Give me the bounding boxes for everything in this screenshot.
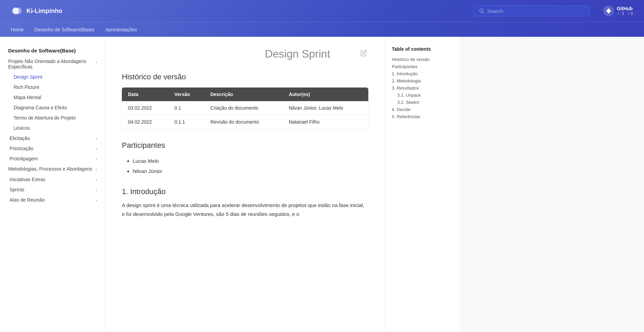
github-forks: ⑂ 0 xyxy=(627,11,633,16)
sidebar-item-priorizacao-label: Priorização xyxy=(10,146,33,151)
search-icon xyxy=(479,8,484,14)
sidebar-item-sprints-label: Sprints xyxy=(10,187,25,192)
chevron-right-icon: › xyxy=(96,136,97,141)
sidebar-item-lexicos-label: Léxicos xyxy=(14,125,30,131)
intro-heading: 1. Introdução xyxy=(122,187,368,196)
sidebar-item-projeto[interactable]: Projeto Não Orientado a Abordagens Espec… xyxy=(0,56,105,72)
sidebar: Desenho de Software(Base) Projeto Não Or… xyxy=(0,37,106,332)
version-table: Data Versão Descrição Autor(es) 03.02.20… xyxy=(122,88,368,129)
sidebar-item-design-sprint[interactable]: Design Sprint xyxy=(0,72,105,82)
toc-item[interactable]: 3.2. Sketch xyxy=(392,99,453,106)
table-cell-versao: 0.1.1 xyxy=(168,115,204,129)
subnav-desenho[interactable]: Desenho de Software(Base) xyxy=(34,26,94,34)
toc-sidebar: Table of contents Histórico de versãoPar… xyxy=(385,37,460,332)
table-row: 03.02.20220.1Criação do documentoNilvan … xyxy=(122,101,368,115)
toc-title: Table of contents xyxy=(392,46,453,52)
table-cell-autores: Nilvan Júnior, Lucas Melo xyxy=(283,101,368,115)
sidebar-item-termo-label: Termo de Abertura do Projeto xyxy=(14,115,76,121)
svg-line-3 xyxy=(483,12,484,13)
github-stars: ☆ 3 xyxy=(617,11,624,16)
sidebar-item-iniciativas[interactable]: Iniciativas Extras › xyxy=(0,174,105,185)
table-row: 04.02.20220.1.1Revisão do documentoNatan… xyxy=(122,115,368,129)
sidebar-item-atas-label: Atas de Reunião xyxy=(10,197,45,203)
list-item: Lucas Melo xyxy=(133,156,368,166)
sidebar-item-mapa-mental[interactable]: Mapa Mental xyxy=(0,92,105,102)
table-cell-data: 04.02.2022 xyxy=(122,115,168,129)
participantes-heading: Participantes xyxy=(122,141,368,150)
sidebar-item-metodologias-label: Metodologias, Processos e Abordagens xyxy=(8,166,96,172)
sidebar-item-prototipagem[interactable]: Prototipagem › xyxy=(0,154,105,164)
chevron-right-icon-6: › xyxy=(96,187,97,192)
sidebar-item-rich-picture-label: Rich Picture xyxy=(14,84,39,90)
toc-item[interactable]: 4. Decide xyxy=(392,106,453,113)
sidebar-item-rich-picture[interactable]: Rich Picture xyxy=(0,82,105,92)
table-cell-descricao: Revisão do documento xyxy=(204,115,283,129)
sidebar-item-design-sprint-label: Design Sprint xyxy=(14,74,42,80)
svg-point-1 xyxy=(15,7,22,14)
main-content: Design Sprint Histórico de versão Data V… xyxy=(106,37,385,332)
sidebar-item-sprints[interactable]: Sprints › xyxy=(0,185,105,195)
subnav-apresentacoes[interactable]: Apresentações xyxy=(105,26,137,34)
col-data: Data xyxy=(122,88,168,101)
col-descricao: Descrição xyxy=(204,88,283,101)
participants-list: Lucas MeloNilvan Júnior xyxy=(122,156,368,176)
toc-item[interactable]: 3.1. Unpack xyxy=(392,92,453,99)
chevron-right-icon-5: › xyxy=(96,177,97,182)
toc-item[interactable]: Participantes xyxy=(392,63,453,70)
top-nav: Ki-Limpinho GitHub ☆ 3 ⑂ 0 xyxy=(0,0,644,22)
toc-item[interactable]: 1. Introdução xyxy=(392,70,453,77)
logo[interactable]: Ki-Limpinho xyxy=(11,5,62,17)
sidebar-item-prototipagem-label: Prototipagem xyxy=(10,156,38,161)
edit-icon xyxy=(360,50,367,57)
chevron-right-icon-2: › xyxy=(96,146,97,151)
toc-item[interactable]: 2. Metodologia xyxy=(392,77,453,84)
col-autores: Autor(es) xyxy=(283,88,368,101)
table-cell-autores: Natanael Filho xyxy=(283,115,368,129)
svg-point-2 xyxy=(480,9,483,12)
sidebar-item-metodologias[interactable]: Metodologias, Processos e Abordagens › xyxy=(0,164,105,174)
page-title: Design Sprint xyxy=(240,48,355,60)
subnav-home[interactable]: Home xyxy=(11,26,23,34)
search-box[interactable] xyxy=(474,6,590,16)
table-cell-descricao: Criação do documento xyxy=(204,101,283,115)
sidebar-item-termo[interactable]: Termo de Abertura do Projeto xyxy=(0,113,105,123)
table-cell-versao: 0.1 xyxy=(168,101,204,115)
github-stats: GitHub ☆ 3 ⑂ 0 xyxy=(617,6,633,16)
sidebar-item-diagrama[interactable]: Diagrama Causa e Efeito xyxy=(0,102,105,113)
table-header-row: Data Versão Descrição Autor(es) xyxy=(122,88,368,101)
logo-icon xyxy=(11,5,23,17)
sidebar-item-lexicos[interactable]: Léxicos xyxy=(0,123,105,133)
table-cell-data: 03.02.2022 xyxy=(122,101,168,115)
participantes-section: Participantes Lucas MeloNilvan Júnior xyxy=(122,141,368,176)
github-icon xyxy=(603,5,614,16)
sub-nav: Home Desenho de Software(Base) Apresenta… xyxy=(0,22,644,37)
sidebar-item-projeto-label: Projeto Não Orientado a Abordagens Espec… xyxy=(8,59,96,69)
sidebar-item-diagrama-label: Diagrama Causa e Efeito xyxy=(14,105,67,110)
toc-item[interactable]: 3. Resultados xyxy=(392,84,453,92)
chevron-right-icon-7: › xyxy=(96,197,97,203)
sidebar-item-atas[interactable]: Atas de Reunião › xyxy=(0,195,105,205)
intro-text: A design sprint é uma técnica utilizada … xyxy=(122,201,368,218)
toc-item[interactable]: Histórico de versão xyxy=(392,56,453,63)
sidebar-item-elicitacao-label: Elicitação xyxy=(10,136,30,141)
sidebar-item-priorizacao[interactable]: Priorização › xyxy=(0,143,105,154)
sidebar-item-iniciativas-label: Iniciativas Extras xyxy=(10,177,45,182)
search-input[interactable] xyxy=(487,8,584,14)
toc-item[interactable]: 5. Referências xyxy=(392,113,453,120)
edit-button[interactable] xyxy=(359,48,368,60)
sidebar-item-elicitacao[interactable]: Elicitação › xyxy=(0,133,105,143)
chevron-down-icon: › xyxy=(96,59,97,64)
logo-text: Ki-Limpinho xyxy=(27,7,62,15)
chevron-right-icon-3: › xyxy=(96,156,97,161)
col-versao: Versão xyxy=(168,88,204,101)
page-body: Desenho de Software(Base) Projeto Não Or… xyxy=(0,37,644,332)
chevron-right-icon-4: › xyxy=(96,167,97,172)
sidebar-item-mapa-mental-label: Mapa Mental xyxy=(14,95,41,100)
toc-list: Histórico de versãoParticipantes1. Intro… xyxy=(392,56,453,120)
historico-heading: Histórico de versão xyxy=(122,73,368,81)
page-title-row: Design Sprint xyxy=(122,48,368,60)
list-item: Nilvan Júnior xyxy=(133,166,368,176)
github-link[interactable]: GitHub ☆ 3 ⑂ 0 xyxy=(603,5,633,16)
sidebar-section-title: Desenho de Software(Base) xyxy=(0,46,105,56)
